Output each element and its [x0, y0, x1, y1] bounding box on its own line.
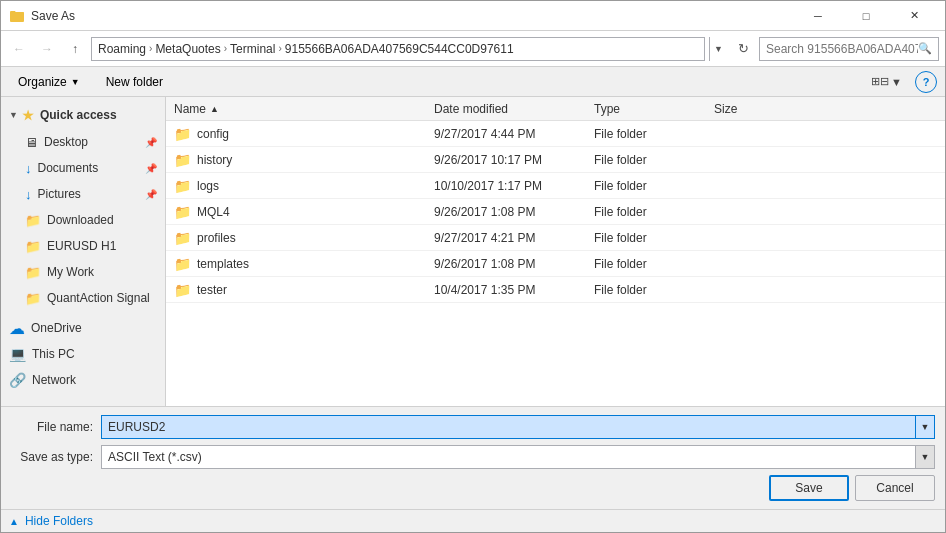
filename-label: File name:: [11, 420, 101, 434]
cancel-button[interactable]: Cancel: [855, 475, 935, 501]
sidebar-item-eurusd-h1[interactable]: 📁 EURUSD H1: [1, 233, 165, 259]
sidebar-item-my-work-label: My Work: [47, 265, 94, 279]
search-box[interactable]: 🔍: [759, 37, 939, 61]
file-cell-type: File folder: [586, 257, 706, 271]
folder-icon: 📁: [174, 152, 191, 168]
sidebar-item-desktop[interactable]: 🖥 Desktop 📌: [1, 129, 165, 155]
table-row[interactable]: 📁 tester 10/4/2017 1:35 PM File folder: [166, 277, 945, 303]
search-input[interactable]: [766, 42, 918, 56]
pin-icon-documents: 📌: [145, 163, 157, 174]
quick-access-header[interactable]: ▼ ★ Quick access: [1, 101, 165, 129]
title-text: Save As: [31, 9, 75, 23]
file-cell-date: 9/26/2017 1:08 PM: [426, 205, 586, 219]
main-content: ▼ ★ Quick access 🖥 Desktop 📌 ↓ Documents…: [1, 97, 945, 406]
file-cell-type: File folder: [586, 127, 706, 141]
up-button[interactable]: ↑: [63, 37, 87, 61]
organize-button[interactable]: Organize ▼: [9, 71, 89, 93]
table-row[interactable]: 📁 profiles 9/27/2017 4:21 PM File folder: [166, 225, 945, 251]
path-part-2: MetaQuotes: [155, 42, 220, 56]
col-header-name[interactable]: Name ▲: [166, 97, 426, 120]
view-icon: ⊞⊟: [871, 75, 889, 88]
sidebar-item-pictures[interactable]: ↓ Pictures 📌: [1, 181, 165, 207]
hide-folders-arrow-icon: ▲: [9, 516, 19, 527]
folder-icon: 📁: [174, 178, 191, 194]
back-button[interactable]: ←: [7, 37, 31, 61]
sidebar-item-thispc[interactable]: 💻 This PC: [1, 341, 165, 367]
file-cell-date: 9/27/2017 4:21 PM: [426, 231, 586, 245]
my-work-icon: 📁: [25, 265, 41, 280]
file-cell-type: File folder: [586, 153, 706, 167]
col-header-type[interactable]: Type: [586, 97, 706, 120]
close-button[interactable]: ✕: [891, 1, 937, 31]
quick-access-section: ▼ ★ Quick access 🖥 Desktop 📌 ↓ Documents…: [1, 101, 165, 311]
sidebar-item-my-work[interactable]: 📁 My Work: [1, 259, 165, 285]
file-cell-name: 📁 logs: [166, 178, 426, 194]
savetype-select-wrapper: ASCII Text (*.csv) ▼: [101, 445, 935, 469]
help-button[interactable]: ?: [915, 71, 937, 93]
sidebar-item-documents[interactable]: ↓ Documents 📌: [1, 155, 165, 181]
table-row[interactable]: 📁 templates 9/26/2017 1:08 PM File folde…: [166, 251, 945, 277]
view-button[interactable]: ⊞⊟ ▼: [866, 71, 907, 93]
sidebar-item-network[interactable]: 🔗 Network: [1, 367, 165, 393]
file-rows-container: 📁 config 9/27/2017 4:44 PM File folder 📁…: [166, 121, 945, 303]
eurusd-h1-icon: 📁: [25, 239, 41, 254]
table-row[interactable]: 📁 logs 10/10/2017 1:17 PM File folder: [166, 173, 945, 199]
buttons-row: Save Cancel: [11, 475, 935, 501]
col-date-label: Date modified: [434, 102, 508, 116]
save-button[interactable]: Save: [769, 475, 849, 501]
file-cell-name: 📁 templates: [166, 256, 426, 272]
file-cell-name: 📁 tester: [166, 282, 426, 298]
file-cell-name: 📁 config: [166, 126, 426, 142]
file-cell-type: File folder: [586, 231, 706, 245]
table-row[interactable]: 📁 MQL4 9/26/2017 1:08 PM File folder: [166, 199, 945, 225]
filename-input[interactable]: [101, 415, 935, 439]
file-name-text: profiles: [197, 231, 236, 245]
dialog-icon: [9, 8, 25, 24]
file-name-text: history: [197, 153, 232, 167]
file-cell-date: 10/10/2017 1:17 PM: [426, 179, 586, 193]
address-bar: ← → ↑ Roaming › MetaQuotes › Terminal › …: [1, 31, 945, 67]
refresh-button[interactable]: ↻: [731, 37, 755, 61]
path-sep-1: ›: [149, 43, 152, 54]
file-list: Name ▲ Date modified Type Size 📁 config: [166, 97, 945, 406]
sidebar-item-quantaction-signal[interactable]: 📁 QuantAction Signal: [1, 285, 165, 311]
quick-access-label: Quick access: [40, 108, 117, 122]
title-controls: ─ □ ✕: [795, 1, 937, 31]
view-chevron-icon: ▼: [891, 76, 902, 88]
col-header-date[interactable]: Date modified: [426, 97, 586, 120]
file-cell-name: 📁 history: [166, 152, 426, 168]
savetype-label: Save as type:: [11, 450, 101, 464]
sidebar-item-pictures-label: Pictures: [38, 187, 81, 201]
col-header-size[interactable]: Size: [706, 97, 786, 120]
quick-access-star-icon: ★: [22, 108, 34, 123]
pin-icon-desktop: 📌: [145, 137, 157, 148]
pictures-icon: ↓: [25, 187, 32, 202]
sidebar-item-documents-label: Documents: [38, 161, 99, 175]
title-bar-left: Save As: [9, 8, 75, 24]
new-folder-button[interactable]: New folder: [97, 71, 172, 93]
file-list-header: Name ▲ Date modified Type Size: [166, 97, 945, 121]
save-as-dialog: Save As ─ □ ✕ ← → ↑ Roaming › MetaQuotes…: [0, 0, 946, 533]
savetype-row: Save as type: ASCII Text (*.csv) ▼: [11, 445, 935, 469]
network-icon: 🔗: [9, 372, 26, 388]
table-row[interactable]: 📁 config 9/27/2017 4:44 PM File folder: [166, 121, 945, 147]
maximize-button[interactable]: □: [843, 1, 889, 31]
thispc-icon: 💻: [9, 346, 26, 362]
sidebar-item-network-label: Network: [32, 373, 76, 387]
sidebar-item-onedrive[interactable]: ☁ OneDrive: [1, 315, 165, 341]
path-chevron[interactable]: ▼: [709, 37, 727, 61]
hide-folders-button[interactable]: ▲ Hide Folders: [1, 509, 945, 532]
minimize-button[interactable]: ─: [795, 1, 841, 31]
table-row[interactable]: 📁 history 9/26/2017 10:17 PM File folder: [166, 147, 945, 173]
address-path[interactable]: Roaming › MetaQuotes › Terminal › 915566…: [91, 37, 705, 61]
file-name-text: logs: [197, 179, 219, 193]
sort-arrow-icon: ▲: [210, 104, 219, 114]
col-size-label: Size: [714, 102, 737, 116]
file-cell-date: 9/26/2017 1:08 PM: [426, 257, 586, 271]
savetype-select[interactable]: ASCII Text (*.csv): [101, 445, 935, 469]
sidebar-item-downloaded[interactable]: 📁 Downloaded: [1, 207, 165, 233]
file-cell-name: 📁 MQL4: [166, 204, 426, 220]
sidebar-item-downloaded-label: Downloaded: [47, 213, 114, 227]
forward-button[interactable]: →: [35, 37, 59, 61]
col-name-label: Name: [174, 102, 206, 116]
